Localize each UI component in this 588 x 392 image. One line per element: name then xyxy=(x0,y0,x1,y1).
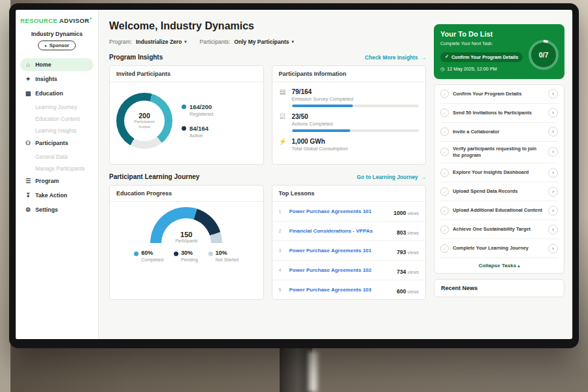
task-row-upload-spend-data[interactable]: ✓ Upload Spend Data Records › xyxy=(440,182,558,201)
task-row-confirm-details[interactable]: ✓ Confirm Your Program Details › xyxy=(440,85,558,104)
completed-dot-icon xyxy=(134,252,139,256)
program-dropdown-value: Industrialize Zero xyxy=(136,39,182,45)
info-row-actions: ☑ 23/50 Actions Completed xyxy=(279,113,419,132)
task-checkbox[interactable]: ✓ xyxy=(440,108,449,117)
sidebar-item-insights[interactable]: ✦ Insights xyxy=(20,73,93,86)
sidebar-item-learning-insights[interactable]: Learning Insights xyxy=(20,125,93,137)
progress-bar xyxy=(292,129,419,132)
task-row-achieve-target[interactable]: ✓ Achieve One Sustainability Target › xyxy=(440,220,558,239)
lesson-link[interactable]: Power Purchase Agreements 101 xyxy=(289,208,389,214)
task-checkbox[interactable]: ✓ xyxy=(440,225,449,234)
task-chevron-button[interactable]: › xyxy=(548,89,558,99)
top-lessons-card: Top Lessons 1 Power Purchase Agreements … xyxy=(272,185,427,300)
check-more-insights-link[interactable]: Check More Insights → xyxy=(365,54,426,61)
info-row-emission-survey: ▤ 79/164 Emission Survey Completed xyxy=(279,88,419,107)
invited-card-body: 200 Participants Invited 164/200 Registe xyxy=(110,82,263,160)
task-row-send-invitations[interactable]: ✓ Send 50 Invitations to Participants › xyxy=(440,104,558,123)
lesson-views-unit: views xyxy=(407,250,419,255)
sidebar-item-settings[interactable]: ⚙ Settings xyxy=(20,203,93,216)
people-icon: ⚇ xyxy=(25,140,31,146)
program-filter-label: Program: xyxy=(109,39,132,45)
task-chevron-button[interactable]: › xyxy=(548,244,558,253)
task-chevron-button[interactable]: › xyxy=(548,206,558,216)
education-progress-body: 150 Participants 60% Completed xyxy=(110,202,263,269)
lesson-row: 4 Power Purchase Agreements 102 734views xyxy=(272,261,426,280)
sidebar-item-education-content[interactable]: Education Content xyxy=(20,113,93,125)
task-row-explore-insights[interactable]: ✓ Explore Your Insights Dashboard › xyxy=(440,163,558,182)
todo-title: Your To Do List xyxy=(440,30,558,38)
participants-dropdown[interactable]: Only My Participants ▾ xyxy=(234,39,293,45)
sidebar-item-home[interactable]: ⌂ Home xyxy=(20,58,93,71)
card-title: Education Progress xyxy=(110,186,263,202)
next-task-pill[interactable]: ✓ Confirm Your Program Details xyxy=(440,52,523,62)
download-icon: ↧ xyxy=(25,192,31,199)
card-title: Invited Participants xyxy=(110,66,263,82)
sidebar-item-manage-participants[interactable]: Manage Participants xyxy=(20,163,93,174)
lesson-link[interactable]: Power Purchase Agreements 101 xyxy=(289,248,392,253)
task-row-upload-educational-content[interactable]: ✓ Upload Additional Educational Content … xyxy=(440,201,558,220)
sidebar-item-participants[interactable]: ⚇ Participants xyxy=(20,137,93,150)
task-row-verify-participants[interactable]: ✓ Verify participants requesting to join… xyxy=(440,142,558,164)
filter-bar: Program: Industrialize Zero ▾ Participan… xyxy=(109,39,426,45)
task-label: Achieve One Sustainability Target xyxy=(453,226,544,233)
task-row-invite-collaborator[interactable]: ✓ Invite a Collaborator › xyxy=(440,123,558,142)
task-chevron-button[interactable]: › xyxy=(548,168,558,178)
task-checkbox[interactable]: ✓ xyxy=(440,188,449,196)
sidebar: RESOURCE ADVISOR+ Industry Dynamics ● Sp… xyxy=(16,10,99,339)
collapse-tasks-link[interactable]: Collapse Tasks ▴ xyxy=(440,258,558,273)
task-label: Upload Additional Educational Content xyxy=(453,207,544,214)
education-gauge-chart: 150 Participants xyxy=(150,207,222,243)
chevron-right-icon: › xyxy=(552,208,554,214)
sidebar-item-label: Education xyxy=(35,90,63,97)
task-checkbox[interactable]: ✓ xyxy=(440,90,449,98)
participants-info-body: ▤ 79/164 Emission Survey Completed ☑ xyxy=(272,82,426,164)
program-insights-section: Program Insights Check More Insights → xyxy=(109,54,426,61)
task-chevron-button[interactable]: › xyxy=(548,187,558,197)
task-chevron-button[interactable]: › xyxy=(548,147,558,157)
org-name: Industry Dynamics xyxy=(20,31,93,37)
lesson-views: 803 xyxy=(397,229,406,236)
arrow-right-icon: → xyxy=(421,54,426,61)
task-chevron-button[interactable]: › xyxy=(548,127,558,137)
task-label: Verify participants requesting to join t… xyxy=(453,146,544,159)
task-label: Invite a Collaborator xyxy=(453,129,544,135)
gear-icon: ⚙ xyxy=(25,206,31,213)
sidebar-item-take-action[interactable]: ↧ Take Action xyxy=(20,189,93,202)
task-chevron-button[interactable]: › xyxy=(548,225,558,235)
task-checkbox[interactable]: ✓ xyxy=(440,169,449,177)
task-chevron-button[interactable]: › xyxy=(548,108,558,118)
task-checkbox[interactable]: ✓ xyxy=(440,127,449,136)
sidebar-item-education[interactable]: ▤ Education xyxy=(20,87,93,100)
gauge-center-label: 150 Participants xyxy=(150,231,222,243)
sidebar-item-learning-journey[interactable]: Learning Journey xyxy=(20,101,93,113)
chevron-right-icon: › xyxy=(552,227,554,233)
pending-dot-icon xyxy=(174,252,178,256)
invited-participants-card: Invited Participants 200 Participants In… xyxy=(109,65,264,165)
lesson-link[interactable]: Financial Considerations - VPPAs xyxy=(289,228,392,234)
org-block: Industry Dynamics ● Sponsor xyxy=(20,31,93,50)
chevron-down-icon: ▾ xyxy=(291,39,293,44)
task-row-complete-learning-journey[interactable]: ✓ Complete Your Learning Journey › xyxy=(440,239,558,258)
lesson-row: 1 Power Purchase Agreements 101 1000view… xyxy=(272,202,426,221)
task-checkbox[interactable]: ✓ xyxy=(440,148,449,156)
go-to-learning-journey-link[interactable]: Go to Learning Journey → xyxy=(357,174,426,180)
sidebar-item-program[interactable]: ☰ Program xyxy=(20,174,93,188)
lesson-views-unit: views xyxy=(407,231,419,235)
book-icon: ▤ xyxy=(25,90,31,97)
progress-bar xyxy=(292,105,419,107)
program-dropdown[interactable]: Industrialize Zero ▾ xyxy=(136,39,187,45)
info-label: Actions Completed xyxy=(292,121,419,127)
task-checkbox[interactable]: ✓ xyxy=(440,244,449,253)
lesson-link[interactable]: Power Purchase Agreements 103 xyxy=(289,287,392,293)
donut-center-caption: Participants Invited xyxy=(130,120,159,130)
gauge-center-caption: Participants xyxy=(150,238,222,243)
lesson-rank: 3 xyxy=(279,248,284,253)
task-checkbox[interactable]: ✓ xyxy=(440,206,449,215)
lesson-link[interactable]: Power Purchase Agreements 102 xyxy=(289,267,392,273)
sidebar-item-label: Insights xyxy=(35,76,57,82)
sidebar-item-general-data[interactable]: General Data xyxy=(20,151,93,163)
todo-panel: Your To Do List Complete Your Next Task:… xyxy=(434,10,572,339)
donut-center-label: 200 Participants Invited xyxy=(116,93,172,149)
not-started-dot-icon xyxy=(208,252,213,256)
collapse-label: Collapse Tasks xyxy=(478,263,516,269)
